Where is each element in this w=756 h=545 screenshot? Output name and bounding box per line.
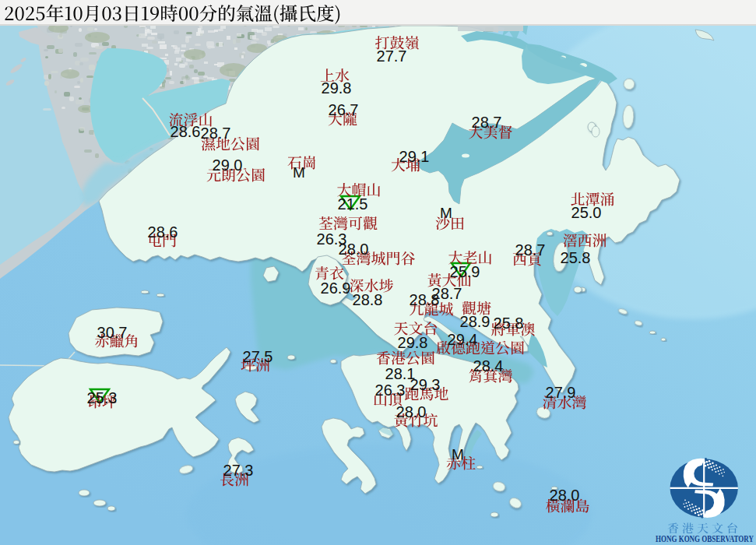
svg-text:30.7: 30.7 <box>97 324 128 341</box>
svg-text:29.1: 29.1 <box>399 148 430 165</box>
svg-text:27.9: 27.9 <box>546 384 576 401</box>
svg-text:28.8: 28.8 <box>353 291 383 308</box>
svg-text:28.7: 28.7 <box>472 114 502 131</box>
svg-text:M: M <box>440 205 452 221</box>
svg-text:26.7: 26.7 <box>329 101 359 118</box>
svg-text:26.9: 26.9 <box>321 280 351 297</box>
svg-text:28.7: 28.7 <box>201 125 231 142</box>
svg-text:25.3: 25.3 <box>87 389 118 406</box>
svg-text:HONG KONG OBSERVATORY: HONG KONG OBSERVATORY <box>656 533 754 544</box>
svg-text:29.8: 29.8 <box>398 334 428 351</box>
svg-text:26.3: 26.3 <box>375 382 406 399</box>
svg-text:28.0: 28.0 <box>396 403 427 420</box>
svg-text:28.4: 28.4 <box>473 357 504 374</box>
svg-text:M: M <box>452 446 464 462</box>
svg-text:29.4: 29.4 <box>448 331 478 348</box>
svg-text:28.9: 28.9 <box>460 313 491 330</box>
svg-text:28.8: 28.8 <box>410 291 440 308</box>
svg-text:25.9: 25.9 <box>450 263 480 280</box>
svg-text:28.6: 28.6 <box>148 223 178 241</box>
svg-text:27.3: 27.3 <box>223 462 254 479</box>
svg-text:28.0: 28.0 <box>550 487 580 504</box>
svg-text:28.0: 28.0 <box>339 241 369 258</box>
svg-text:21.5: 21.5 <box>338 195 368 213</box>
svg-text:28.6: 28.6 <box>171 123 201 140</box>
svg-text:25.0: 25.0 <box>571 204 602 221</box>
svg-text:27.7: 27.7 <box>377 47 407 65</box>
svg-text:25.8: 25.8 <box>561 249 591 266</box>
svg-text:M: M <box>293 164 305 181</box>
svg-text:29.8: 29.8 <box>322 79 352 97</box>
svg-text:28.7: 28.7 <box>515 241 546 258</box>
svg-text:27.5: 27.5 <box>243 348 273 365</box>
svg-text:25.8: 25.8 <box>494 315 524 332</box>
svg-text:29.0: 29.0 <box>213 156 243 174</box>
svg-text:29.3: 29.3 <box>410 376 441 393</box>
